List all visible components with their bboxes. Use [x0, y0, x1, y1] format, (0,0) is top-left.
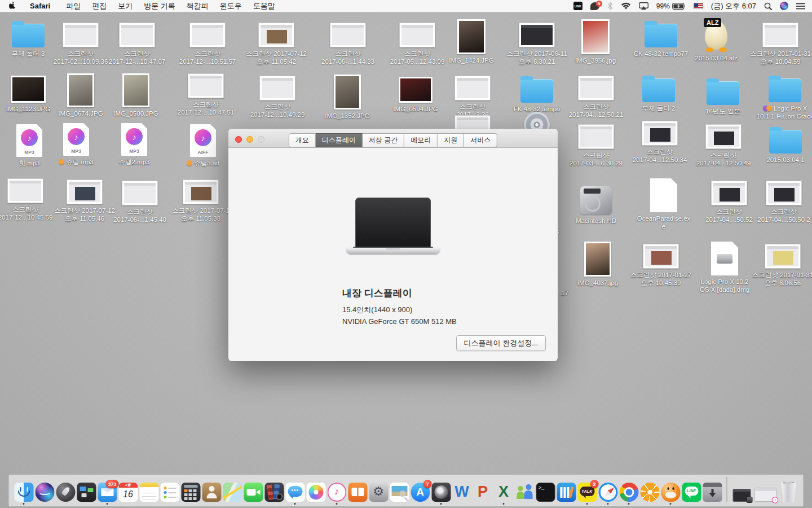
spotlight-search-icon[interactable] — [764, 2, 772, 10]
macintosh-hd[interactable]: Macintosh HD — [569, 184, 623, 225]
window-tab[interactable]: 지원 — [438, 133, 464, 147]
screenshot-file[interactable]: 스크린샷2017-12-...10.51.57 — [180, 23, 235, 65]
dock-excel-icon[interactable]: X — [493, 483, 514, 505]
window-tab[interactable]: 서비스 — [464, 133, 497, 147]
minimize-button[interactable] — [246, 136, 253, 143]
apple-menu[interactable] — [0, 2, 24, 10]
screenshot-file[interactable]: 스크린샷 2017-01-31오후 10.04.59 — [753, 23, 807, 65]
photo-file[interactable]: IMG_1123.JPG — [1, 76, 55, 113]
dock-app-store-icon[interactable]: A7 — [410, 483, 431, 505]
screenshot-file[interactable]: 스크린샷2017-05...12.43.09 — [390, 23, 444, 65]
photo-file[interactable]: IMG_3956.jpg — [568, 19, 623, 64]
dock-line-icon[interactable]: LINE — [681, 483, 702, 505]
screenshot-file[interactable]: 스크린샷2017-06-...1.45.40 — [113, 181, 167, 224]
menu-item[interactable]: 편집 — [86, 2, 112, 10]
photo-file[interactable]: IMG_4037.jpg — [571, 242, 625, 287]
dock-launchpad-icon[interactable] — [55, 483, 76, 505]
audio-file[interactable]: ♪MP3힛.mp3 — [2, 124, 56, 167]
dock-minimized-itunes-window[interactable]: ♪ — [753, 488, 779, 505]
screenshot-file[interactable]: 스크린샷 2017-01-31오후 6.06.56 — [756, 244, 810, 287]
dock-book-app-icon[interactable] — [556, 483, 577, 505]
menu-item[interactable]: 도움말 — [248, 2, 281, 10]
dock-contacts-icon[interactable] — [201, 483, 222, 505]
dock-gom-player-icon[interactable] — [660, 483, 681, 505]
folder-logic-pro-crack[interactable]: Logic Pro X10.1.1 Fu..on Crack — [758, 75, 812, 120]
kakaotalk-menu-icon[interactable]: N — [590, 2, 599, 10]
dock-facetime-icon[interactable] — [243, 483, 264, 505]
display-preferences-button[interactable]: 디스플레이 환경설정... — [456, 335, 546, 351]
dock-itunes-icon[interactable]: ♪ — [326, 483, 347, 505]
screenshot-file[interactable]: 스크린샷2017-04...12.50.21 — [569, 76, 623, 119]
screenshot-file[interactable]: 스크린샷2017-04...12.50.49 — [696, 124, 751, 167]
window-titlebar[interactable]: 개요디스플레이저장 공간메모리지원서비스 — [228, 129, 558, 148]
folder-untitled-2[interactable]: 무제 폴더 2 — [632, 75, 686, 112]
input-language-flag[interactable] — [694, 3, 703, 9]
window-tab[interactable]: 메모리 — [404, 133, 438, 147]
photo-file[interactable]: IMG_0500.JPG — [109, 73, 163, 117]
dock-mail-icon[interactable]: 373 — [97, 483, 118, 505]
screenshot-file[interactable]: 스크린샷2017-12...10.45.59 — [0, 178, 52, 221]
dock-preview-icon[interactable] — [389, 483, 410, 505]
audio-file[interactable]: ♪AIFF슈탱3.aif — [176, 124, 230, 167]
app-menu-title[interactable]: Safari — [24, 2, 56, 10]
photo-file[interactable]: IMG_1352.JPG — [320, 75, 374, 120]
dock-photo-booth-icon[interactable] — [264, 483, 285, 505]
window-tab[interactable]: 디스플레이 — [316, 133, 363, 147]
photo-file[interactable]: IMG_0594.JPG — [389, 77, 443, 113]
dock-chrome-icon[interactable] — [619, 483, 639, 505]
ocean-paradise-exe[interactable]: OceanParadise.exe — [637, 178, 691, 230]
close-button[interactable] — [235, 136, 242, 143]
audio-file[interactable]: ♪MP3슈탱.mp3 — [49, 123, 103, 166]
screenshot-file[interactable]: 스크린샷2017-06-...1.44.33 — [321, 23, 375, 65]
wifi-icon[interactable] — [621, 2, 631, 10]
logic-pro-dmg[interactable]: Logic Pro X 10.2OS X [dada].dmg — [698, 242, 752, 294]
dock-finder-icon[interactable] — [14, 483, 34, 505]
folder-16-japan[interactable]: 16년도 일본 — [696, 78, 750, 115]
folder-untitled-3[interactable]: 무제 폴더 3 — [1, 20, 55, 58]
screenshot-file[interactable]: 스크린샷2017-04....50.52 — [702, 181, 756, 224]
dock-powerpoint-icon[interactable]: P — [473, 483, 493, 505]
dock-messenger-icon[interactable] — [514, 483, 535, 505]
screenshot-file[interactable]: 스크린샷2017-03-...6.30.29 — [569, 124, 623, 167]
folder-2015-03-04-1[interactable]: 2015.03.04 1 — [758, 126, 812, 164]
menu-item[interactable]: 방문 기록 — [138, 2, 181, 10]
menu-item[interactable]: 파일 — [60, 2, 86, 10]
dock-siri-icon[interactable] — [34, 483, 55, 505]
dock-maps-icon[interactable] — [222, 483, 243, 505]
screenshot-file[interactable]: 스크린샷2017-12-...10.47.51 — [179, 73, 233, 116]
menu-item[interactable]: 보기 — [112, 2, 138, 10]
folder-ck-48-32-tempo77[interactable]: CK 48-32 tempo77 — [634, 20, 688, 58]
dock-messages-icon[interactable]: ••• — [285, 483, 306, 505]
airplay-icon[interactable] — [639, 2, 648, 10]
dock-system-preferences-icon[interactable]: ⚙ — [368, 483, 389, 505]
dock-word-icon[interactable]: W — [452, 483, 473, 505]
audio-file[interactable]: ♪MP3슈탱2.mp3 — [107, 123, 161, 166]
notification-center-icon[interactable] — [796, 3, 805, 10]
menu-clock[interactable]: (금) 오후 6:07 — [711, 1, 756, 11]
dock-minimized-logic-window[interactable] — [731, 489, 753, 505]
screenshot-file[interactable]: 스크린샷2017-12-...10.47.07 — [110, 23, 164, 65]
photo-file[interactable]: IMG_0674.JPG — [54, 73, 108, 117]
bluetooth-icon[interactable] — [607, 2, 613, 10]
battery-indicator[interactable]: 99% — [656, 2, 686, 10]
dock-calendar-icon[interactable]: 2월16 — [118, 483, 139, 505]
dock-downloads-icon[interactable] — [702, 483, 723, 505]
alz-archive[interactable]: ALZ2015.03.04.alz — [689, 18, 743, 62]
screenshot-file[interactable]: 스크린샷2017-12...10.49.29 — [250, 76, 304, 119]
dock-terminal-icon[interactable]: >_ — [535, 483, 556, 505]
dock-logic-pro-icon[interactable] — [431, 483, 452, 505]
dock-trash[interactable] — [779, 482, 799, 505]
screenshot-file[interactable]: 스크린샷 2017-06-11오후 6.30.21 — [510, 23, 564, 65]
menu-item[interactable]: 책갈피 — [181, 2, 214, 10]
dock-reminders-icon[interactable] — [160, 483, 180, 505]
dock-notes-icon[interactable] — [139, 483, 160, 505]
dock-photos-icon[interactable] — [306, 483, 326, 505]
window-tab[interactable]: 개요 — [289, 133, 316, 147]
screenshot-file[interactable]: 스크린샷2017-02...10.09.36 — [54, 23, 108, 65]
dock-kakaotalk-icon[interactable]: TALK2 — [577, 483, 598, 505]
dock-safari-icon[interactable] — [598, 483, 619, 505]
line-menu-icon[interactable]: LINE — [573, 2, 582, 10]
screenshot-file[interactable]: 스크린샷2017...3.36 — [445, 76, 500, 119]
screenshot-file[interactable]: 스크린샷 2017-07-1오후 11.05.38 — [174, 179, 228, 222]
folder-fk-48-32-tempo[interactable]: FK 48-32 tempo — [510, 76, 564, 113]
